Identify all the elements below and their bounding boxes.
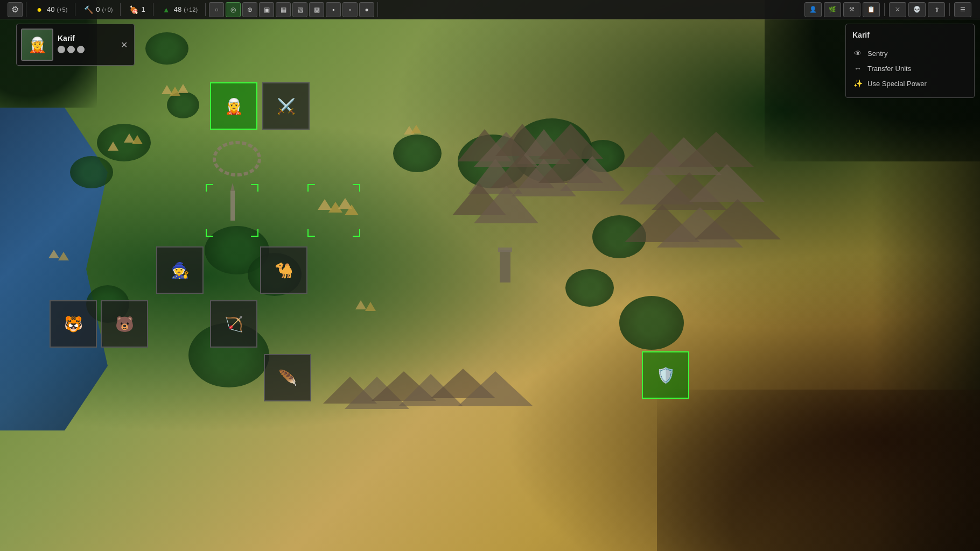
portrait-figure: 🧝 bbox=[28, 36, 47, 54]
tree-cluster bbox=[619, 296, 684, 350]
tree-cluster bbox=[167, 91, 199, 118]
tree-cluster bbox=[565, 269, 614, 307]
resource-group-food: 🍖 1 bbox=[121, 3, 153, 16]
unit-figure: 🪶 bbox=[265, 355, 310, 400]
resource-group-wood: ▲ 48 (+12) bbox=[153, 3, 206, 16]
resource-group-hammer: 🔨 0 (+0) bbox=[75, 3, 121, 16]
tree-cluster bbox=[70, 156, 113, 188]
resource-group-gold: ● 40 (+5) bbox=[26, 3, 75, 16]
toolbar-separator bbox=[884, 3, 885, 16]
rt-btn-person[interactable]: 👤 bbox=[804, 2, 822, 17]
action-btn-world[interactable]: ⊕ bbox=[242, 2, 257, 17]
action-btn-5[interactable]: ▪ bbox=[326, 2, 341, 17]
sentry-icon: 👁 bbox=[852, 48, 863, 59]
unit-name: Karif bbox=[58, 34, 114, 43]
action-btn-7[interactable]: ● bbox=[359, 2, 374, 17]
action-btn-target[interactable]: ◎ bbox=[226, 2, 241, 17]
special-icon: ✨ bbox=[852, 78, 863, 89]
action-special[interactable]: ✨ Use Special Power bbox=[852, 76, 968, 91]
action-btn-circle[interactable]: ○ bbox=[209, 2, 224, 17]
unit-stats bbox=[58, 46, 114, 53]
action-btn-6[interactable]: ▫ bbox=[342, 2, 358, 17]
menu-icon[interactable]: ⚙ bbox=[8, 2, 23, 17]
tree-cluster bbox=[592, 215, 646, 258]
tree-cluster bbox=[512, 118, 592, 183]
action-btn-4[interactable]: ▩ bbox=[309, 2, 324, 17]
rt-btn-tools[interactable]: ⚒ bbox=[843, 2, 860, 17]
unit-tile[interactable]: 🧝 bbox=[210, 82, 257, 130]
fog-bottomright bbox=[657, 390, 980, 551]
transfer-label: Transfer Units bbox=[867, 65, 911, 73]
sentry-label: Sentry bbox=[867, 50, 888, 58]
unit-figure: 🐪 bbox=[261, 248, 306, 293]
rt-btn-map[interactable]: 📋 bbox=[863, 2, 880, 17]
wood-icon: ▲ bbox=[161, 4, 172, 15]
action-sentry[interactable]: 👁 Sentry bbox=[852, 46, 968, 61]
toolbar: ⚙ ● 40 (+5) 🔨 0 (+0) 🍖 1 ▲ 48 (+12) ○ ◎ bbox=[0, 0, 980, 19]
rt-btn-sword2[interactable]: 🗡 bbox=[928, 2, 945, 17]
hammer-value: 0 bbox=[96, 5, 100, 13]
unit-tile[interactable]: 🧙 bbox=[156, 246, 204, 294]
rt-btn-skull[interactable]: 💀 bbox=[908, 2, 926, 17]
hammer-bonus: (+0) bbox=[102, 6, 113, 13]
gold-bonus: (+5) bbox=[57, 6, 67, 13]
food-value: 1 bbox=[141, 5, 145, 13]
toolbar-separator-2 bbox=[949, 3, 950, 16]
hammer-resource: 🔨 0 (+0) bbox=[79, 3, 117, 16]
toolbar-left-icon: ⚙ bbox=[4, 2, 26, 17]
unit-figure: 🐻 bbox=[102, 301, 147, 347]
game-map[interactable]: 🧝 ⚔️ 🧙 🐪 🐯 🐻 🏹 🪶 🛡️ bbox=[0, 0, 980, 551]
unit-tile[interactable]: 🛡️ bbox=[642, 351, 689, 399]
unit-tile[interactable]: 🐪 bbox=[260, 246, 307, 294]
wood-resource: ▲ 48 (+12) bbox=[157, 3, 202, 16]
rt-btn-sword1[interactable]: ⚔ bbox=[889, 2, 906, 17]
right-panel: Karif 👁 Sentry ↔ Transfer Units ✨ Use Sp… bbox=[845, 24, 975, 98]
action-btn-1[interactable]: ▣ bbox=[259, 2, 274, 17]
unit-figure: 🧙 bbox=[157, 248, 202, 293]
action-btn-2[interactable]: ▦ bbox=[276, 2, 291, 17]
unit-figure: ⚔️ bbox=[263, 83, 309, 129]
wood-bonus: (+12) bbox=[184, 6, 198, 13]
unit-tile[interactable]: 🪶 bbox=[264, 354, 311, 401]
unit-tile[interactable]: 🐻 bbox=[101, 300, 148, 348]
tree-cluster bbox=[145, 32, 188, 65]
unit-figure: 🛡️ bbox=[643, 352, 688, 398]
unit-figure: 🏹 bbox=[211, 301, 256, 347]
food-icon: 🍖 bbox=[128, 4, 139, 15]
transfer-icon: ↔ bbox=[852, 63, 863, 74]
rt-btn-leaf[interactable]: 🌿 bbox=[824, 2, 841, 17]
gold-resource: ● 40 (+5) bbox=[30, 3, 72, 16]
unit-panel: 🧝 Karif ✕ bbox=[16, 24, 135, 66]
wood-value: 48 bbox=[174, 5, 181, 13]
unit-portrait: 🧝 bbox=[21, 29, 53, 61]
tree-cluster bbox=[97, 124, 151, 161]
tree-cluster bbox=[582, 140, 625, 172]
unit-figure: 🐯 bbox=[51, 301, 96, 347]
hammer-icon: 🔨 bbox=[83, 4, 94, 15]
center-buttons: ○ ◎ ⊕ ▣ ▦ ▧ ▩ ▪ ▫ ● bbox=[206, 2, 378, 17]
gold-value: 40 bbox=[47, 5, 54, 13]
unit-tile[interactable]: 🏹 bbox=[210, 300, 257, 348]
action-btn-3[interactable]: ▧ bbox=[292, 2, 307, 17]
stat-dot-1 bbox=[58, 46, 65, 53]
panel-title: Karif bbox=[852, 31, 968, 39]
unit-panel-close[interactable]: ✕ bbox=[118, 39, 130, 51]
gold-icon: ● bbox=[34, 4, 45, 15]
food-resource: 🍖 1 bbox=[124, 3, 149, 16]
special-label: Use Special Power bbox=[867, 80, 927, 88]
unit-figure: 🧝 bbox=[211, 83, 256, 129]
action-transfer[interactable]: ↔ Transfer Units bbox=[852, 61, 968, 76]
rt-btn-menu[interactable]: ☰ bbox=[954, 2, 971, 17]
tree-cluster bbox=[393, 135, 442, 172]
unit-info: Karif bbox=[58, 34, 114, 55]
unit-tile[interactable]: ⚔️ bbox=[262, 82, 310, 130]
unit-tile[interactable]: 🐯 bbox=[50, 300, 97, 348]
stat-dot-2 bbox=[67, 46, 75, 53]
right-toolbar: 👤 🌿 ⚒ 📋 ⚔ 💀 🗡 ☰ bbox=[800, 2, 976, 17]
stat-dot-3 bbox=[77, 46, 85, 53]
